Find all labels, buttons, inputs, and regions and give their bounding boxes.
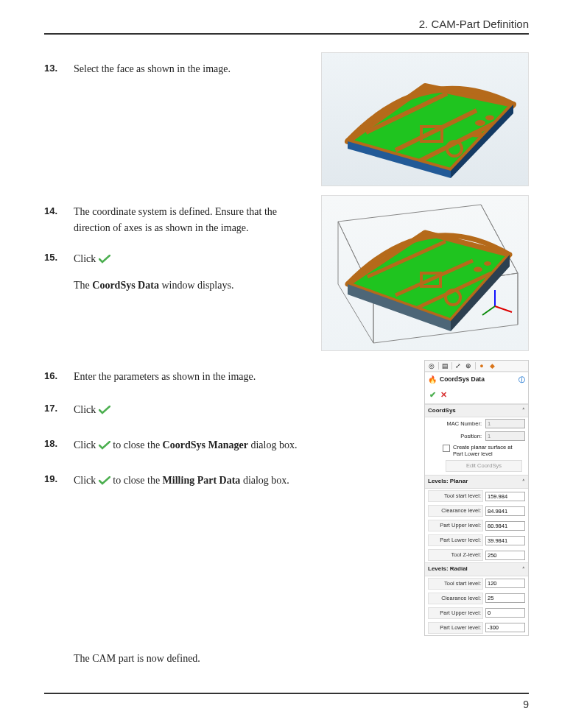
svg-point-25 bbox=[484, 261, 491, 266]
step-18-mid: to close the bbox=[113, 439, 162, 450]
section-coordsys-header[interactable]: CoordSys ˄ bbox=[425, 404, 528, 418]
field-input[interactable] bbox=[485, 506, 525, 516]
step-15-text: Click bbox=[74, 253, 96, 264]
section-planar-header[interactable]: Levels: Planar ˄ bbox=[425, 475, 528, 489]
radial-field-row: Part Upper level: bbox=[425, 606, 528, 621]
step-14-num: 14. bbox=[44, 204, 57, 219]
section-coordsys-title: CoordSys bbox=[428, 406, 456, 416]
field-label[interactable]: Tool start level: bbox=[428, 490, 483, 502]
field-label[interactable]: Tool start level: bbox=[428, 578, 483, 590]
step-15-num: 15. bbox=[44, 250, 57, 266]
toolbar-icon[interactable]: ⊕ bbox=[465, 362, 472, 370]
field-label[interactable]: Part Lower level: bbox=[428, 534, 483, 546]
check-icon bbox=[99, 401, 110, 420]
section-radial-title: Levels: Radial bbox=[428, 565, 468, 574]
checkbox-label: Create planar surface at Part Lower leve… bbox=[453, 444, 524, 457]
toolbar-icon[interactable]: ● bbox=[475, 362, 485, 370]
step-15: 15. Click bbox=[44, 250, 309, 269]
step-14-row: 14. The coordinate system is defined. En… bbox=[44, 195, 529, 351]
field-input[interactable] bbox=[485, 608, 525, 618]
step-16-text: Enter the parameters as shown in the ima… bbox=[74, 371, 256, 382]
figure-14-3d-part-coordsys bbox=[321, 195, 529, 351]
planar-field-row: Tool Z-level: bbox=[425, 548, 528, 562]
field-input[interactable] bbox=[485, 593, 525, 603]
help-icon[interactable]: ⓘ bbox=[518, 375, 525, 385]
mac-number-label: MAC Number: bbox=[428, 420, 483, 428]
checkbox-icon[interactable] bbox=[443, 445, 450, 452]
header-chapter: 2. CAM-Part Definition bbox=[44, 18, 529, 35]
radial-field-row: Tool start level: bbox=[425, 576, 528, 591]
ok-check-icon[interactable]: ✔ bbox=[429, 389, 436, 402]
svg-line-30 bbox=[482, 306, 495, 315]
step-17: 17. Click bbox=[44, 401, 412, 420]
step-14-text: The coordinate system is defined. Ensure… bbox=[74, 206, 277, 233]
planar-field-row: Clearance level: bbox=[425, 503, 528, 518]
figure-13-3d-part-selected-face bbox=[321, 52, 529, 186]
radial-field-row: Part Lower level: bbox=[425, 621, 528, 635]
mac-number-input bbox=[485, 419, 525, 428]
dialog-title-bar: 🔥 CoordSys Data ⓘ bbox=[425, 372, 528, 387]
step-18-num: 18. bbox=[44, 437, 57, 452]
page-footer: 9 bbox=[44, 693, 529, 710]
planar-field-row: Part Upper level: bbox=[425, 518, 528, 533]
step-19: 19. Click to close the Milling Part Data… bbox=[44, 472, 412, 491]
field-label[interactable]: Part Upper level: bbox=[428, 520, 483, 531]
step-19-bold: Milling Part Data bbox=[163, 475, 241, 486]
step-18-after: dialog box. bbox=[248, 439, 298, 450]
field-input[interactable] bbox=[485, 536, 525, 545]
cancel-x-icon[interactable]: ✕ bbox=[440, 389, 447, 402]
field-label[interactable]: Clearance level: bbox=[428, 505, 483, 517]
step-13-text: Select the face as shown in the image. bbox=[74, 63, 231, 74]
svg-line-29 bbox=[495, 306, 512, 312]
step-18-before: Click bbox=[74, 439, 96, 450]
toolbar-icon[interactable]: ▤ bbox=[438, 362, 449, 370]
check-icon bbox=[99, 472, 110, 491]
toolbar-icon[interactable]: ⤢ bbox=[451, 362, 462, 370]
axis-gizmo-icon bbox=[482, 290, 512, 315]
step-17-text: Click bbox=[74, 404, 96, 415]
toolbar-icon[interactable]: ◆ bbox=[488, 362, 496, 370]
check-icon bbox=[99, 250, 110, 269]
section-radial-header[interactable]: Levels: Radial ˄ bbox=[425, 562, 528, 576]
field-label[interactable]: Part Upper level: bbox=[428, 607, 483, 619]
step-16: 16. Enter the parameters as shown in the… bbox=[44, 369, 412, 385]
planar-field-row: Tool start level: bbox=[425, 489, 528, 503]
step-15-result-suffix: window displays. bbox=[159, 280, 234, 291]
field-input[interactable] bbox=[485, 623, 525, 632]
step-15-result-prefix: The bbox=[74, 280, 92, 291]
field-label[interactable]: Tool Z-level: bbox=[428, 549, 483, 561]
planar-field-row: Part Lower level: bbox=[425, 533, 528, 548]
chevron-up-icon: ˄ bbox=[522, 478, 525, 486]
mac-number-row: MAC Number: bbox=[425, 417, 528, 430]
step-19-after: dialog box. bbox=[240, 475, 289, 486]
field-input[interactable] bbox=[485, 521, 525, 531]
chevron-up-icon: ˄ bbox=[522, 406, 525, 414]
page-number: 9 bbox=[523, 699, 529, 710]
page: 2. CAM-Part Definition 13. Select the fa… bbox=[0, 0, 573, 728]
step-18: 18. Click to close the CoordSys Manager … bbox=[44, 437, 412, 456]
svg-point-24 bbox=[474, 267, 482, 272]
chevron-up-icon: ˄ bbox=[522, 565, 525, 573]
create-planar-surface-checkbox-row[interactable]: Create planar surface at Part Lower leve… bbox=[425, 442, 528, 459]
step-19-mid: to close the bbox=[113, 475, 162, 486]
step-13: 13. Select the face as shown in the imag… bbox=[44, 61, 309, 77]
field-input[interactable] bbox=[485, 579, 525, 588]
coordsys-dialog: ◎ ▤ ⤢ ⊕ ● ◆ 🔥 CoordSys Data ⓘ ✔ ✕ bbox=[424, 360, 529, 636]
field-label[interactable]: Clearance level: bbox=[428, 593, 483, 604]
radial-field-row: Clearance level: bbox=[425, 591, 528, 606]
field-input[interactable] bbox=[485, 551, 525, 560]
content: 13. Select the face as shown in the imag… bbox=[44, 52, 529, 667]
flame-icon: 🔥 bbox=[428, 374, 437, 386]
step-18-bold: CoordSys Manager bbox=[163, 439, 248, 450]
step-14: 14. The coordinate system is defined. En… bbox=[44, 204, 309, 237]
edit-coordsys-button: Edit CoordSys bbox=[446, 460, 522, 472]
check-icon bbox=[99, 437, 110, 456]
field-input[interactable] bbox=[485, 492, 525, 501]
field-label[interactable]: Part Lower level: bbox=[428, 622, 483, 634]
step-15-result: The CoordSys Data window displays. bbox=[44, 278, 309, 294]
toolbar-icon[interactable]: ◎ bbox=[428, 362, 435, 370]
step-19-num: 19. bbox=[44, 472, 57, 487]
svg-point-10 bbox=[485, 116, 494, 121]
step-13-num: 13. bbox=[44, 61, 57, 77]
step-16-num: 16. bbox=[44, 369, 57, 384]
